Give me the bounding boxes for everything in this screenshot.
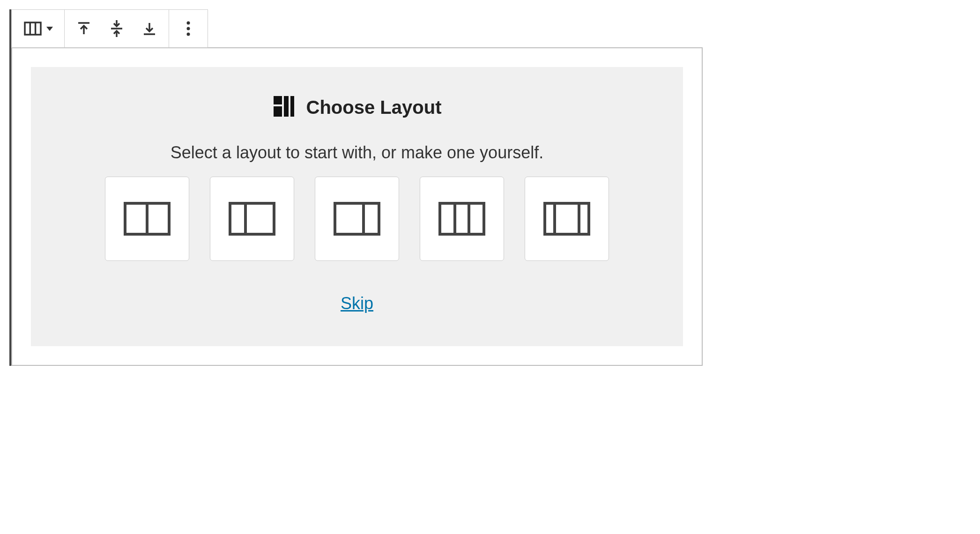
align-bottom-icon (139, 18, 160, 39)
align-middle-button[interactable] (100, 12, 133, 45)
columns-block: Choose Layout Select a layout to start w… (9, 9, 703, 366)
align-bottom-button[interactable] (133, 12, 166, 45)
skip-link[interactable]: Skip (341, 294, 373, 313)
heading-row: Choose Layout (50, 95, 664, 119)
instruction-text: Select a layout to start with, or make o… (50, 143, 664, 163)
more-vertical-icon (178, 18, 199, 39)
layout-grid-icon (273, 95, 295, 119)
layout-options (50, 177, 664, 261)
toolbar-group-block-type (12, 10, 65, 47)
svg-rect-14 (274, 106, 282, 117)
toolbar-group-more (169, 10, 208, 47)
layout-option-three-equal[interactable] (420, 177, 504, 261)
layout-option-two-equal[interactable] (105, 177, 189, 261)
block-body: Choose Layout Select a layout to start w… (11, 47, 703, 366)
align-top-button[interactable] (67, 12, 100, 45)
svg-point-11 (187, 27, 190, 30)
chevron-down-icon (46, 27, 53, 31)
svg-rect-19 (230, 203, 274, 234)
svg-rect-16 (290, 96, 294, 117)
columns-icon (23, 19, 43, 38)
layout-option-wide-center[interactable] (525, 177, 609, 261)
layout-wide-center-icon (543, 202, 590, 236)
heading-text: Choose Layout (306, 97, 442, 118)
svg-rect-13 (274, 96, 282, 104)
layout-option-one-third-two-thirds[interactable] (210, 177, 294, 261)
toolbar-group-alignment (65, 10, 169, 47)
svg-point-12 (187, 33, 190, 36)
align-middle-icon (106, 18, 127, 39)
more-options-button[interactable] (172, 12, 205, 45)
align-top-icon (74, 18, 94, 39)
svg-rect-26 (545, 203, 589, 234)
layout-option-two-thirds-one-third[interactable] (315, 177, 399, 261)
svg-rect-23 (440, 203, 484, 234)
layout-placeholder: Choose Layout Select a layout to start w… (31, 67, 683, 346)
svg-rect-15 (284, 96, 289, 117)
svg-point-10 (187, 22, 190, 25)
svg-rect-0 (25, 22, 41, 35)
block-toolbar (11, 9, 208, 48)
block-type-switcher[interactable] (15, 12, 61, 45)
layout-two-thirds-one-third-icon (334, 202, 380, 236)
svg-rect-21 (335, 203, 379, 234)
layout-one-third-two-thirds-icon (229, 202, 275, 236)
layout-three-equal-icon (438, 202, 485, 236)
layout-two-equal-icon (124, 202, 171, 236)
